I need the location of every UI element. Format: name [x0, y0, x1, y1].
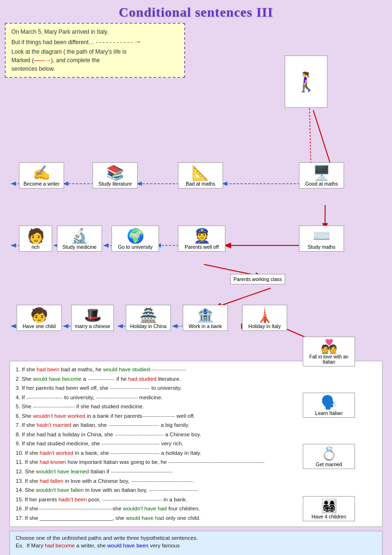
node-holiday-italy: 🗼 Holiday in Italy — [242, 305, 287, 331]
node-work-bank: 🏦 Work in a bank — [183, 305, 228, 331]
sentence-3: 3. If her parents had been well off, she… — [16, 384, 376, 393]
node-study-maths: ⌨️ Study maths — [299, 226, 344, 252]
sentence-13: 13. If she had fallen in love with a Chi… — [16, 477, 376, 486]
node-study-literature: 📚 Study literature — [93, 162, 138, 188]
sentence-7: 7. If she hadn't married an Italian, she… — [16, 421, 376, 430]
writing-line-1 — [16, 550, 376, 555]
exercise-box: Choose one of the unfinished paths and w… — [9, 531, 383, 555]
intro-line1: On March 5, Mary Park arrived in Italy. — [11, 28, 178, 36]
node-go-university: 🌍 Go to university — [112, 226, 159, 252]
node-study-medicine: 🔬 Study medicine — [57, 226, 102, 252]
node-rich: 🧑 rich — [19, 226, 52, 252]
node-fall-love: 💑 Fall in love with an Italian — [303, 337, 355, 367]
svg-line-0 — [313, 110, 332, 169]
node-have-one-child: 🧒 Have one child — [17, 305, 62, 331]
node-holiday-china: 🏯 Holiday in China — [126, 305, 171, 331]
exercise-example: Ex. If Mary had become a writer, she wou… — [16, 543, 376, 548]
page-title: Conditional sentences III — [5, 5, 387, 20]
sentence-8: 8. If she had had a holiday in China, sh… — [16, 430, 376, 440]
page: Conditional sentences III On March 5, Ma… — [0, 0, 392, 555]
person-mary: 🚶‍♀️ — [285, 56, 327, 108]
svg-line-12 — [216, 288, 271, 307]
node-good-maths: 🖥️ Good at maths — [299, 162, 344, 188]
node-have-4-children: 👨‍👩‍👧‍👦 Have 4 children — [303, 496, 355, 521]
node-bad-maths: 📐 Bad at maths — [178, 162, 223, 188]
node-get-married: 💍 Get married — [303, 444, 355, 469]
label-parents-working-class: Parents working class — [230, 274, 285, 284]
diagram: 🚶‍♀️ 🖥️ Good at maths 📐 Bad at maths 📚 S… — [9, 41, 380, 357]
sentence-2: 2. She would have become a -------------… — [16, 375, 376, 384]
node-parents-well-off: 👮 Parents well off — [178, 226, 225, 252]
exercise-title: Choose one of the unfinished paths and w… — [16, 535, 376, 541]
sentence-14: 14. She wouldn't have fallen in love wit… — [16, 486, 376, 495]
node-marry-chinese: 🎩 marry a chinese — [71, 305, 114, 331]
node-become-writer: ✍️ Become a writer — [19, 162, 64, 188]
node-learn-italian: 🗣️ Learn Italian — [303, 393, 355, 418]
